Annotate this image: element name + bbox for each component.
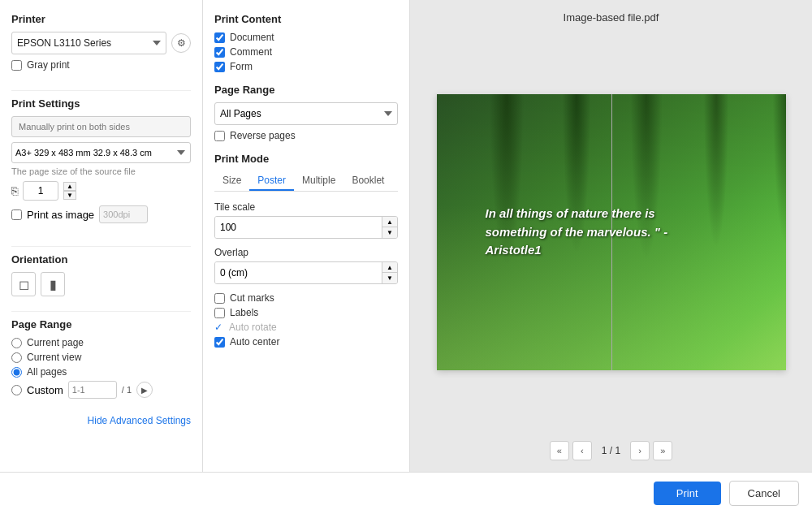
overlap-input[interactable] — [215, 262, 382, 283]
last-page-btn[interactable]: » — [653, 441, 672, 460]
current-page-radio[interactable] — [11, 338, 22, 348]
labels-row: Labels — [214, 307, 398, 318]
preview-page: In all things of nature there is somethi… — [437, 94, 786, 370]
comment-label: Comment — [230, 46, 272, 58]
tile-scale-row: Tile scale ▲ ▼ — [214, 201, 398, 239]
tile-scale-up-btn[interactable]: ▲ — [382, 217, 397, 227]
document-row: Document — [214, 32, 398, 43]
current-page-row: Current page — [11, 337, 191, 348]
print-button[interactable]: Print — [654, 482, 721, 505]
overlap-row: Overlap ▲ ▼ — [214, 247, 398, 284]
print-settings-label: Print Settings — [11, 97, 191, 110]
page-sep: / — [610, 445, 615, 456]
printer-section: Printer EPSON L3110 Series ⚙ Gray print — [11, 13, 191, 74]
prev-page-btn[interactable]: ‹ — [572, 441, 592, 460]
cut-marks-checkbox[interactable] — [214, 293, 225, 304]
gray-print-checkbox[interactable] — [11, 60, 22, 71]
orientation-label: Orientation — [11, 253, 191, 266]
bottom-bar: Print Cancel — [0, 472, 812, 514]
preview-area: In all things of nature there is somethi… — [421, 35, 801, 430]
copies-icon: ⎘ — [11, 184, 18, 197]
printer-select-row: EPSON L3110 Series ⚙ — [11, 32, 191, 54]
tile-scale-input[interactable] — [215, 217, 382, 238]
print-as-image-label: Print as image — [27, 209, 94, 221]
page-range-section-left: Page Range Current page Current view All… — [11, 318, 191, 402]
labels-checkbox[interactable] — [214, 308, 225, 318]
custom-radio[interactable] — [11, 385, 22, 395]
tile-scale-label: Tile scale — [214, 201, 398, 213]
current-view-radio[interactable] — [11, 352, 22, 363]
custom-nav-btn[interactable]: ▶ — [136, 382, 153, 398]
pagination-bar: « ‹ 1 / 1 › » — [550, 441, 672, 460]
print-as-image-checkbox[interactable] — [11, 209, 22, 220]
next-page-btn[interactable]: › — [630, 441, 650, 460]
form-checkbox[interactable] — [214, 62, 225, 72]
print-content-section: Print Content Document Comment Form — [214, 13, 398, 72]
tab-booklet[interactable]: Booklet — [343, 171, 392, 191]
tile-scale-input-row: ▲ ▼ — [214, 216, 398, 239]
left-panel: Printer EPSON L3110 Series ⚙ Gray print … — [0, 0, 203, 472]
auto-rotate-row: ✓ Auto rotate — [214, 322, 398, 333]
page-total: 1 — [615, 445, 621, 456]
comment-checkbox[interactable] — [214, 47, 225, 58]
dpi-input: 300dpi — [99, 205, 148, 223]
page-current: 1 — [602, 445, 607, 456]
overlap-up-btn[interactable]: ▲ — [382, 262, 397, 273]
portrait-btn[interactable]: ◻ — [11, 272, 36, 296]
tab-poster[interactable]: Poster — [249, 171, 294, 191]
print-settings-section: Print Settings A3+ 329 x 483 mm 32.9 x 4… — [11, 97, 191, 231]
copies-spinner: ▲ ▼ — [63, 182, 76, 200]
page-range-label-left: Page Range — [11, 318, 191, 330]
overlap-down-btn[interactable]: ▼ — [382, 273, 397, 283]
copies-input[interactable]: 1 — [23, 181, 58, 201]
paper-size-select[interactable]: A3+ 329 x 483 mm 32.9 x 48.3 cm — [11, 142, 191, 163]
page-indicator: 1 / 1 — [595, 445, 627, 456]
overlap-input-row: ▲ ▼ — [214, 261, 398, 284]
all-pages-radio[interactable] — [11, 367, 22, 378]
reverse-pages-checkbox[interactable] — [214, 131, 225, 141]
overlap-spinner: ▲ ▼ — [382, 262, 397, 283]
cut-marks-label: Cut marks — [230, 292, 274, 304]
page-range-label-mid: Page Range — [214, 84, 398, 96]
gray-print-label: Gray print — [27, 59, 70, 71]
landscape-btn[interactable]: ▮ — [41, 272, 65, 296]
page-range-select[interactable]: All Pages — [214, 102, 398, 125]
comment-row: Comment — [214, 46, 398, 58]
right-panel: Image-based file.pdf In all things of na… — [410, 0, 812, 472]
option-rows: Cut marks Labels ✓ Auto rotate Auto cent… — [214, 292, 398, 348]
print-content-label: Print Content — [214, 13, 398, 25]
paper-size-row: A3+ 329 x 483 mm 32.9 x 48.3 cm — [11, 142, 191, 163]
quote-text: In all things of nature there is somethi… — [486, 205, 713, 260]
form-row: Form — [214, 61, 398, 72]
tile-scale-spinner: ▲ ▼ — [382, 217, 397, 238]
labels-label: Labels — [230, 307, 258, 318]
auto-center-checkbox[interactable] — [214, 337, 225, 348]
orientation-buttons: ◻ ▮ — [11, 272, 191, 296]
auto-rotate-label: Auto rotate — [229, 322, 277, 333]
current-page-label: Current page — [27, 337, 84, 348]
of-label: / 1 — [122, 385, 132, 395]
page-range-section-mid: Page Range All Pages Reverse pages — [214, 84, 398, 141]
print-as-image-row: Print as image 300dpi — [11, 205, 191, 223]
document-checkbox[interactable] — [214, 32, 225, 43]
orientation-section: Orientation ◻ ▮ — [11, 253, 191, 296]
all-pages-label: All pages — [27, 366, 67, 378]
first-page-btn[interactable]: « — [550, 441, 569, 460]
both-sides-input — [11, 116, 191, 137]
printer-settings-icon[interactable]: ⚙ — [171, 33, 191, 53]
hide-advanced-link[interactable]: Hide Advanced Settings — [11, 415, 191, 426]
reverse-pages-label: Reverse pages — [230, 130, 296, 141]
copies-down-btn[interactable]: ▼ — [63, 191, 76, 200]
custom-range-input[interactable] — [68, 381, 117, 399]
custom-label: Custom — [27, 384, 63, 396]
current-view-row: Current view — [11, 352, 191, 363]
current-view-label: Current view — [27, 352, 81, 363]
copies-up-btn[interactable]: ▲ — [63, 182, 76, 191]
cancel-button[interactable]: Cancel — [729, 481, 799, 506]
printer-select[interactable]: EPSON L3110 Series — [11, 32, 166, 54]
tab-multiple[interactable]: Multiple — [294, 171, 343, 191]
overlap-label: Overlap — [214, 247, 398, 258]
tab-size[interactable]: Size — [214, 171, 249, 191]
tile-scale-down-btn[interactable]: ▼ — [382, 227, 397, 238]
gray-print-row: Gray print — [11, 59, 191, 71]
